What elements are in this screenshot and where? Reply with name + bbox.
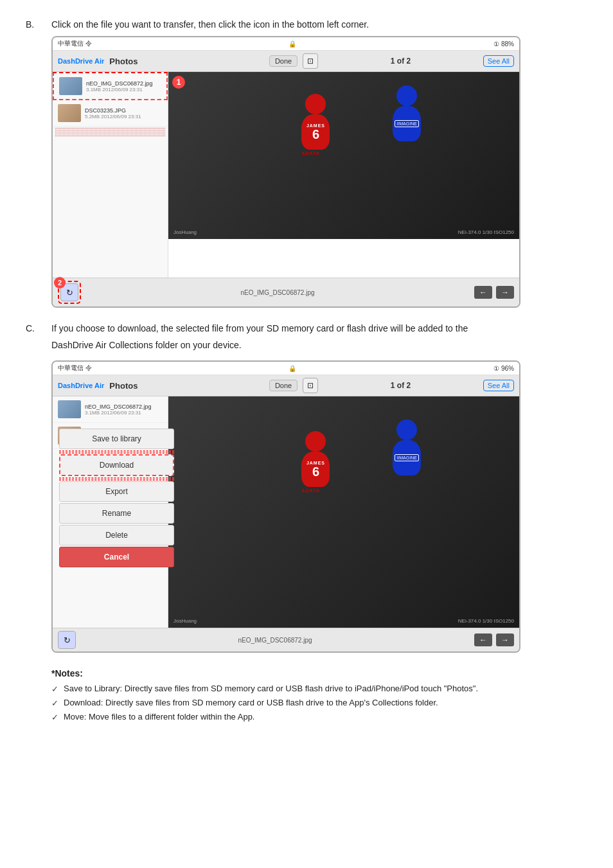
footer-share-icon-2[interactable]: ↻ (58, 631, 76, 649)
thumb-2-1 (58, 400, 81, 418)
filemeta-2: 5.2MB 2012/06/09 23:31 (85, 114, 163, 120)
figure-red-head (305, 94, 326, 114)
photo-caption-right-1: NEi-374.0 1/30 ISO1250 (458, 229, 514, 235)
photo-count-1: 1 of 2 (323, 57, 478, 66)
photo-display-1: JAMES 6 ADATA IIMAGINE (168, 72, 519, 239)
step-c-section: C. If you choose to download, the select… (26, 323, 587, 653)
filename-2-1: nEO_IMG_DSC06872.jpg (85, 403, 163, 410)
sidebar-item-1-file1[interactable]: nEO_IMG_DSC06872.jpg 3.1MB 2012/06/09 23… (53, 72, 168, 100)
see-all-button-2[interactable]: See All (483, 380, 514, 391)
done-button-2[interactable]: Done (269, 380, 298, 391)
section-name-2: Photos (109, 381, 264, 391)
file-info-2: DSC03235.JPG 5.2MB 2012/06/09 23:31 (85, 107, 163, 120)
thumb-1 (59, 77, 82, 95)
photo-count-2: 1 of 2 (323, 381, 478, 390)
filename-1: nEO_IMG_DSC06872.jpg (86, 80, 161, 87)
footer-left-1: ↻ 2 (58, 281, 81, 304)
footer-icon-group: ↻ 2 (58, 281, 81, 304)
carrier-text-1: 中華電信 令 (58, 39, 92, 48)
ipad-mockup-1: 中華電信 令 🔒 ① 88% DashDrive Air Photos Done… (51, 36, 520, 308)
photo-caption-left-1: JosHuang (173, 229, 197, 235)
ipad-body-2: nEO_IMG_DSC06872.jpg 3.1MB 2012/06/09 23… (53, 396, 519, 628)
status-right-1: ① 88% (493, 40, 514, 48)
ipad-body-1: nEO_IMG_DSC06872.jpg 3.1MB 2012/06/09 23… (53, 72, 519, 278)
footer-filename-2: nEO_IMG_DSC06872.jpg (238, 637, 312, 644)
delete-button[interactable]: Delete (59, 525, 174, 545)
photo-caption-right-2: NEi-374.0 1/30 ISO1250 (458, 618, 514, 624)
adata-label-1: ADATA (301, 151, 330, 155)
note-text-2: Download: Directly save files from SD me… (64, 698, 438, 707)
see-all-button-1[interactable]: See All (483, 55, 514, 67)
figure-red-body: JAMES 6 (301, 114, 330, 150)
carrier-text-2: 中華電信 令 (58, 364, 92, 373)
app-name-1[interactable]: DashDrive Air (58, 57, 104, 65)
action-menu: Save to library Download Export Rename D… (59, 429, 174, 567)
footer-prev-arrow-2[interactable]: ← (474, 633, 492, 646)
status-right-2: ① 96% (493, 365, 514, 372)
photo-area-2: JAMES 6 ADATA IIMAGINE (168, 396, 519, 628)
figure-red-body-2: JAMES 6 (301, 452, 330, 487)
status-bar-1: 中華電信 令 🔒 ① 88% (53, 37, 519, 51)
notes-title: *Notes: (51, 668, 587, 678)
sidebar-2: nEO_IMG_DSC06872.jpg 3.1MB 2012/06/09 23… (53, 396, 168, 628)
ipad-mockup-2: 中華電信 令 🔒 ① 96% DashDrive Air Photos Done… (51, 360, 520, 653)
note-text-3: Move: Move files to a different folder w… (64, 712, 254, 722)
footer-right-2: ← → (474, 633, 514, 646)
main-area-1: 1 JAMES 6 ADATA (168, 72, 519, 278)
toolbar-2: DashDrive Air Photos Done ⊡ 1 of 2 See A… (53, 375, 519, 396)
footer-right-1: ← → (474, 286, 514, 299)
filemeta-1: 3.1MB 2012/06/09 23:31 (86, 87, 161, 93)
download-button[interactable]: Download (59, 454, 174, 476)
step-b-text: Click on the file you want to transfer, … (51, 19, 587, 30)
step-c-letter: C. (26, 323, 39, 333)
figure-blue-head (396, 85, 417, 106)
status-center-1: 🔒 (289, 40, 296, 48)
blue-figure-text: IIMAGINE (395, 120, 419, 127)
lock-icon-2: 🔒 (289, 365, 296, 372)
status-left-1: 中華電信 令 (58, 39, 92, 48)
annotation-1: 1 (172, 76, 185, 89)
share-icon-2[interactable]: ⊡ (303, 378, 318, 393)
status-bar-2: 中華電信 令 🔒 ① 96% (53, 362, 519, 375)
figure-blue-body: IIMAGINE (393, 106, 421, 141)
thumb-2 (58, 104, 81, 122)
battery-text-1: ① 88% (493, 40, 514, 48)
file-info-2-1: nEO_IMG_DSC06872.jpg 3.1MB 2012/06/09 23… (85, 403, 163, 416)
note-text-1: Save to Library: Directly save files fro… (64, 684, 478, 693)
figure-red-head-2 (305, 431, 326, 452)
step-c-text: If you choose to download, the selected … (51, 323, 587, 333)
battery-text-2: ① 96% (493, 365, 514, 372)
figure-blue-2: IIMAGINE (393, 431, 421, 475)
check-icon-3: ✓ (51, 713, 58, 722)
app-name-2[interactable]: DashDrive Air (58, 382, 104, 389)
adata-label-2: ADATA (301, 488, 330, 493)
save-to-library-button[interactable]: Save to library (59, 429, 174, 449)
share-icon-1[interactable]: ⊡ (303, 53, 318, 69)
step-c-continuation: DashDrive Air Collections folder on your… (51, 340, 587, 350)
footer-1: ↻ 2 nEO_IMG_DSC06872.jpg ← → (53, 278, 519, 306)
sidebar-item-2-file1[interactable]: nEO_IMG_DSC06872.jpg 3.1MB 2012/06/09 23… (53, 396, 168, 423)
filename-2: DSC03235.JPG (85, 107, 163, 114)
cancel-button[interactable]: Cancel (59, 547, 174, 567)
export-button[interactable]: Export (59, 481, 174, 502)
photo-area-1: JAMES 6 ADATA IIMAGINE (168, 72, 519, 239)
rename-button[interactable]: Rename (59, 503, 174, 524)
figure-6-label: 6 (312, 128, 319, 141)
footer-2: ↻ nEO_IMG_DSC06872.jpg ← → (53, 628, 519, 651)
check-icon-1: ✓ (51, 684, 58, 694)
footer-next-arrow[interactable]: → (496, 286, 514, 299)
notes-section: *Notes: ✓ Save to Library: Directly save… (51, 668, 587, 722)
lock-icon-1: 🔒 (289, 40, 296, 48)
figure-blue-body-2: IIMAGINE (393, 440, 421, 475)
annotation-2: 2 (54, 277, 66, 288)
sidebar-item-1-file2[interactable]: DSC03235.JPG 5.2MB 2012/06/09 23:31 (53, 100, 168, 127)
footer-filename-1: nEO_IMG_DSC06872.jpg (240, 289, 314, 296)
footer-prev-arrow[interactable]: ← (474, 286, 492, 299)
done-button-1[interactable]: Done (269, 55, 298, 67)
status-center-2: 🔒 (289, 365, 296, 372)
step-b-letter: B. (26, 19, 39, 30)
figure-blue-head-2 (396, 420, 417, 440)
footer-next-arrow-2[interactable]: → (496, 633, 514, 646)
main-area-2: JAMES 6 ADATA IIMAGINE (168, 396, 519, 628)
section-name-1: Photos (109, 57, 264, 66)
